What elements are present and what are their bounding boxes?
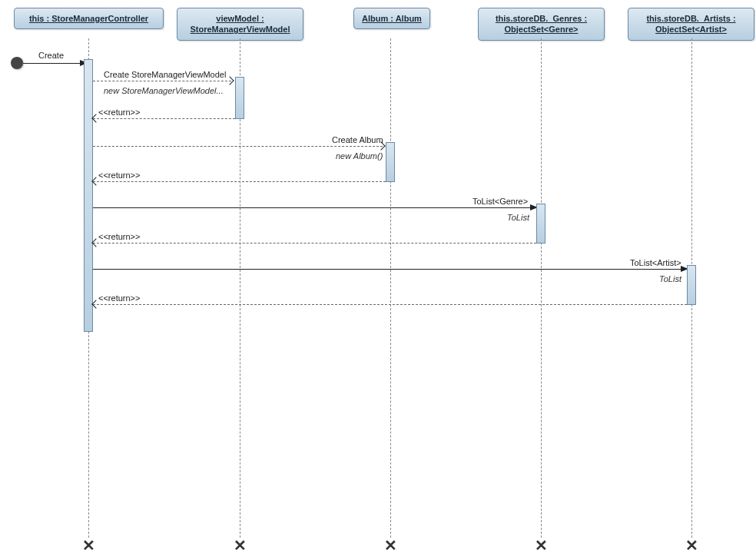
lifeline-label: this.storeDB._Genres : ObjectSet<Genre> bbox=[496, 14, 587, 34]
return-line bbox=[93, 243, 536, 244]
lifeline-this[interactable]: this : StoreManagerController bbox=[14, 8, 164, 29]
message-line bbox=[93, 269, 684, 270]
message-below-label: new Album() bbox=[336, 151, 383, 161]
activation-bar bbox=[235, 77, 244, 119]
message-label: Create StoreManagerViewModel bbox=[104, 70, 226, 79]
message-label: Create bbox=[38, 51, 64, 60]
destruction-icon: ✕ bbox=[533, 538, 549, 553]
destruction-icon: ✕ bbox=[684, 538, 699, 553]
return-line bbox=[93, 181, 386, 182]
activation-bar bbox=[687, 265, 696, 305]
message-label: ToList<Artist> bbox=[630, 258, 681, 267]
return-label: <<return>> bbox=[98, 293, 140, 303]
lifeline-artists[interactable]: this.storeDB._Artists : ObjectSet<Artist… bbox=[628, 8, 754, 41]
lifeline-viewmodel[interactable]: viewModel : StoreManagerViewModel bbox=[177, 8, 303, 41]
arrowhead-right-icon bbox=[225, 76, 234, 84]
return-line bbox=[93, 304, 687, 305]
message-below-label: new StoreManagerViewModel... bbox=[104, 86, 224, 95]
lifeline-label: viewModel : StoreManagerViewModel bbox=[191, 14, 290, 34]
lifeline-label: this : StoreManagerController bbox=[29, 14, 148, 23]
message-below-label: ToList bbox=[507, 213, 529, 222]
destruction-icon: ✕ bbox=[232, 538, 247, 553]
message-label: ToList<Genre> bbox=[472, 197, 528, 206]
message-line bbox=[23, 63, 83, 64]
return-label: <<return>> bbox=[98, 232, 140, 241]
return-line bbox=[93, 118, 235, 119]
lifeline-genres[interactable]: this.storeDB._Genres : ObjectSet<Genre> bbox=[478, 8, 605, 41]
activation-bar bbox=[84, 59, 93, 332]
message-line bbox=[93, 146, 383, 147]
lifeline-album[interactable]: Album : Album bbox=[353, 8, 430, 29]
return-label: <<return>> bbox=[98, 108, 140, 117]
return-label: <<return>> bbox=[98, 171, 140, 180]
destruction-icon: ✕ bbox=[81, 538, 96, 553]
activation-bar bbox=[536, 204, 545, 244]
lifeline-label: this.storeDB._Artists : ObjectSet<Artist… bbox=[646, 14, 735, 34]
activation-bar bbox=[386, 142, 395, 182]
message-line bbox=[93, 207, 533, 208]
message-line bbox=[93, 81, 231, 81]
lifeline-line bbox=[390, 38, 391, 538]
found-message-start bbox=[11, 57, 23, 69]
message-below-label: ToList bbox=[659, 274, 681, 283]
lifeline-label: Album : Album bbox=[362, 14, 422, 23]
destruction-icon: ✕ bbox=[383, 538, 398, 553]
lifeline-line bbox=[541, 38, 542, 538]
message-label: Create Album bbox=[332, 135, 383, 144]
